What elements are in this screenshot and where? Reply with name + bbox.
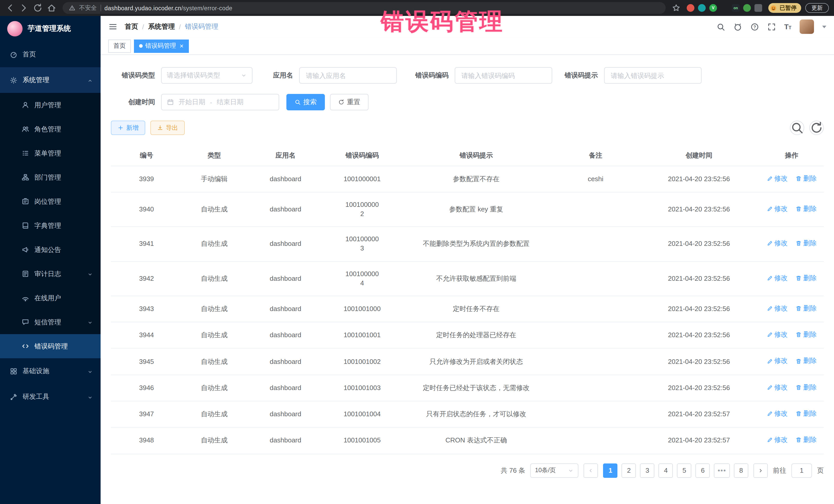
edit-link[interactable]: 修改 xyxy=(767,174,788,183)
edit-link[interactable]: 修改 xyxy=(767,239,788,248)
delete-link[interactable]: 删除 xyxy=(796,273,817,283)
page-button-8[interactable]: 8 xyxy=(734,463,748,478)
delete-link[interactable]: 删除 xyxy=(796,239,817,248)
delete-link[interactable]: 删除 xyxy=(796,174,817,183)
next-page-button[interactable] xyxy=(753,463,768,478)
github-icon[interactable] xyxy=(733,22,742,31)
delete-link[interactable]: 删除 xyxy=(796,204,817,214)
search-button[interactable]: 搜索 xyxy=(286,94,325,110)
pager-ellipsis[interactable]: ••• xyxy=(714,463,730,478)
jump-page-input[interactable] xyxy=(791,463,812,478)
app-logo: 芋道管理系统 xyxy=(0,16,101,42)
on-switch-extension-icon[interactable]: on xyxy=(732,4,740,12)
reload-icon[interactable] xyxy=(33,3,43,13)
caret-down-icon[interactable] xyxy=(822,25,826,28)
tab-error-code[interactable]: 错误码管理 × xyxy=(134,39,189,52)
table-row: 3948 自动生成 dashboard 1001001005 CRON 表达式不… xyxy=(111,428,824,454)
profile-chip[interactable]: 已暂停 xyxy=(768,3,801,13)
sidebar-item-posts[interactable]: 岗位管理 xyxy=(0,190,101,214)
page-button-1[interactable]: 1 xyxy=(603,463,618,478)
sidebar-item-depts[interactable]: 部门管理 xyxy=(0,165,101,190)
forward-icon[interactable] xyxy=(19,3,29,13)
pagination: 共 76 条 10条/页 123456•••8 前往 页 xyxy=(111,463,824,478)
cell-error-hint: CRON 表达式不正确 xyxy=(399,428,553,454)
prev-page-button[interactable] xyxy=(584,463,598,478)
edit-link[interactable]: 修改 xyxy=(767,436,788,445)
help-icon[interactable]: ? xyxy=(750,22,759,31)
user-avatar[interactable] xyxy=(799,20,814,34)
sidebar-item-sms[interactable]: 短信管理 xyxy=(0,310,101,334)
sidebar-item-audit[interactable]: 审计日志 xyxy=(0,262,101,286)
app-name-input[interactable] xyxy=(299,67,397,84)
date-start-placeholder: 开始日期 xyxy=(179,97,205,107)
sidebar-item-dict[interactable]: 字典管理 xyxy=(0,214,101,238)
book-icon xyxy=(22,222,29,229)
refresh-table-icon[interactable] xyxy=(809,120,824,135)
error-code-input[interactable] xyxy=(455,67,552,84)
delete-link[interactable]: 删除 xyxy=(796,409,817,418)
error-type-select[interactable]: 请选择错误码类型 xyxy=(161,67,253,84)
edit-link[interactable]: 修改 xyxy=(767,383,788,392)
sidebar-item-infra[interactable]: 基础设施 xyxy=(0,358,101,384)
green-circle-extension-icon[interactable] xyxy=(743,4,751,12)
calendar-icon xyxy=(167,98,174,106)
table-row: 3944 自动生成 dashboard 1001001001 定时任务的处理器已… xyxy=(111,322,824,349)
close-icon[interactable]: × xyxy=(180,43,183,49)
edit-link[interactable]: 修改 xyxy=(767,409,788,418)
home-icon[interactable] xyxy=(47,3,57,13)
delete-icon xyxy=(796,332,802,338)
green-v-extension-icon[interactable]: V xyxy=(709,4,717,12)
bookmark-star-icon[interactable] xyxy=(672,4,681,12)
sidebar-toggle-icon[interactable] xyxy=(108,22,117,31)
delete-link[interactable]: 删除 xyxy=(796,383,817,392)
sidebar-item-users[interactable]: 用户管理 xyxy=(0,93,101,117)
page-button-2[interactable]: 2 xyxy=(622,463,636,478)
page-size-select[interactable]: 10条/页 xyxy=(530,463,579,478)
sidebar-item-roles[interactable]: 角色管理 xyxy=(0,117,101,141)
export-button[interactable]: 导出 xyxy=(150,120,185,135)
add-button[interactable]: 新增 xyxy=(111,120,145,135)
sidebar-item-errcode[interactable]: 错误码管理 xyxy=(0,334,101,358)
blue-grid-extension-icon[interactable] xyxy=(721,4,728,12)
back-icon[interactable] xyxy=(5,3,15,13)
reset-button[interactable]: 重置 xyxy=(330,94,369,110)
delete-link[interactable]: 删除 xyxy=(796,330,817,339)
error-type-label: 错误码类型 xyxy=(111,71,155,80)
breadcrumb-item-home[interactable]: 首页 xyxy=(125,22,138,31)
edit-link[interactable]: 修改 xyxy=(767,273,788,283)
date-range-picker[interactable]: 开始日期 - 结束日期 xyxy=(161,94,279,110)
error-hint-input[interactable] xyxy=(604,67,702,84)
cell-error-hint: 不允许获取敏感配置到前端 xyxy=(399,261,553,296)
sidebar-item-notice[interactable]: 通知公告 xyxy=(0,238,101,262)
edit-link[interactable]: 修改 xyxy=(767,204,788,214)
page-button-5[interactable]: 5 xyxy=(677,463,692,478)
sidebar-item-devtools[interactable]: 研发工具 xyxy=(0,384,101,410)
fullscreen-icon[interactable] xyxy=(767,22,776,31)
edit-link[interactable]: 修改 xyxy=(767,304,788,313)
font-size-icon[interactable]: TT xyxy=(784,23,791,31)
search-icon[interactable] xyxy=(717,22,725,31)
teal-circle-extension-icon[interactable] xyxy=(698,4,706,12)
delete-link[interactable]: 删除 xyxy=(796,436,817,445)
sidebar-item-menus[interactable]: 菜单管理 xyxy=(0,141,101,165)
address-bar[interactable]: 不安全 dashboard.yudao.iocoder.cn/system/er… xyxy=(63,2,666,14)
edit-icon xyxy=(767,240,773,247)
delete-link[interactable]: 删除 xyxy=(796,356,817,366)
cell-type: 自动生成 xyxy=(182,375,246,401)
puzzle-extension-icon[interactable] xyxy=(754,4,762,12)
update-button[interactable]: 更新 xyxy=(805,3,829,13)
breadcrumb-item-system[interactable]: 系统管理 xyxy=(148,22,175,31)
sidebar-item-home[interactable]: 首页 xyxy=(0,42,101,67)
edit-link[interactable]: 修改 xyxy=(767,330,788,339)
edit-link[interactable]: 修改 xyxy=(767,356,788,366)
cell-type: 自动生成 xyxy=(182,261,246,296)
page-button-4[interactable]: 4 xyxy=(659,463,673,478)
sidebar-item-system[interactable]: 系统管理 xyxy=(0,67,101,93)
sidebar-item-online[interactable]: 在线用户 xyxy=(0,286,101,310)
page-button-3[interactable]: 3 xyxy=(640,463,655,478)
page-button-6[interactable]: 6 xyxy=(696,463,710,478)
red-circle-extension-icon[interactable] xyxy=(687,4,695,12)
tab-home[interactable]: 首页 xyxy=(108,39,131,52)
delete-link[interactable]: 删除 xyxy=(796,304,817,313)
toggle-search-icon[interactable] xyxy=(790,120,804,135)
